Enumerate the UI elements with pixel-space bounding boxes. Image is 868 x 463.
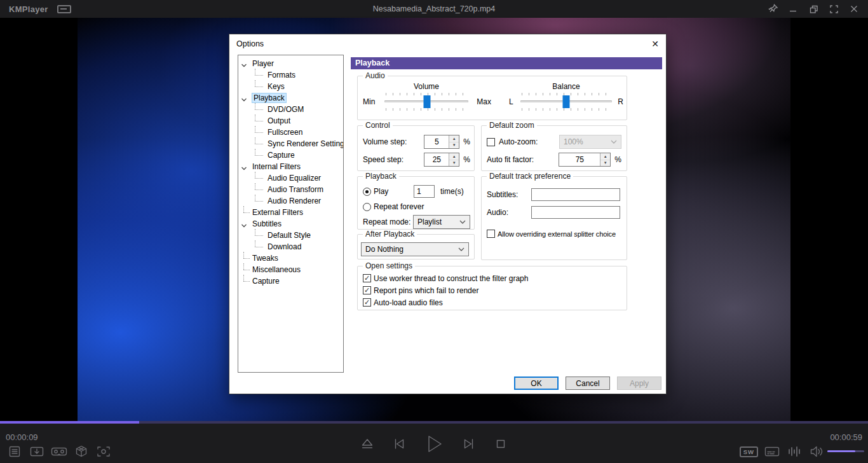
open-settings-group: Open settings Use worker thread to const… xyxy=(357,266,627,310)
spin-up-icon[interactable]: ▲ xyxy=(449,153,459,160)
tree-item-sync-renderer-settings[interactable]: Sync Renderer Settings xyxy=(238,138,343,149)
default-zoom-group: Default zoom Auto-zoom: 100% Auto fit fa… xyxy=(481,125,627,171)
tree-item-keys[interactable]: Keys xyxy=(238,81,343,92)
tree-item-player[interactable]: Player xyxy=(238,58,343,69)
next-icon[interactable] xyxy=(461,436,477,452)
equalizer-icon[interactable] xyxy=(786,444,803,459)
sw-decoder-badge[interactable]: SW xyxy=(740,446,758,457)
window-title: Nesabamedia_Abstract_720p.mp4 xyxy=(0,4,868,13)
close-icon[interactable] xyxy=(846,2,862,16)
previous-icon[interactable] xyxy=(391,436,407,452)
play-radio[interactable] xyxy=(363,188,371,196)
open-setting-checkbox[interactable] xyxy=(363,274,371,282)
tree-item-output[interactable]: Output xyxy=(238,115,343,127)
repeat-mode-label: Repeat mode: xyxy=(363,218,413,226)
tree-item-subtitles[interactable]: Subtitles xyxy=(238,218,343,230)
tree-item-capture[interactable]: Capture xyxy=(238,275,343,287)
tree-item-audio-transform[interactable]: Audio Transform xyxy=(238,184,343,195)
stop-icon[interactable] xyxy=(492,436,509,452)
download-icon[interactable] xyxy=(29,444,45,459)
tree-item-external-filters[interactable]: External Filters xyxy=(238,207,343,218)
tree-item-audio-renderer[interactable]: Audio Renderer xyxy=(238,195,343,207)
play-icon[interactable] xyxy=(423,436,445,452)
audio-pref-label: Audio: xyxy=(487,208,531,217)
tree-item-playback[interactable]: Playback xyxy=(238,92,343,104)
cancel-button[interactable]: Cancel xyxy=(566,377,610,390)
open-settings-group-label: Open settings xyxy=(363,261,415,270)
dialog-close-icon[interactable]: ✕ xyxy=(644,35,666,53)
speed-step-percent: % xyxy=(463,155,470,164)
open-setting-checkbox[interactable] xyxy=(363,286,371,294)
after-playback-group: After Playback Do Nothing xyxy=(357,234,475,259)
audio-pref-input[interactable] xyxy=(531,206,620,219)
snapshot-icon[interactable] xyxy=(95,444,112,459)
balance-left-label: L xyxy=(509,97,517,106)
spin-down-icon[interactable]: ▼ xyxy=(600,160,610,167)
tree-item-internal-filters[interactable]: Internal Filters xyxy=(238,161,343,172)
control-group: Control Volume step: 5 ▲▼ % Speed step: … xyxy=(357,125,475,171)
subtitle-icon[interactable] xyxy=(764,444,780,459)
tree-item-capture[interactable]: Capture xyxy=(238,149,343,161)
auto-zoom-checkbox[interactable] xyxy=(487,138,495,146)
pin-icon[interactable] xyxy=(765,2,780,16)
tree-item-download[interactable]: Download xyxy=(238,241,343,252)
tree-item-formats[interactable]: Formats xyxy=(238,69,343,81)
playback-group-label: Playback xyxy=(363,172,399,181)
speaker-icon[interactable] xyxy=(808,444,825,459)
cube-3d-icon[interactable] xyxy=(73,444,90,459)
override-splitter-label: Allow overriding external splitter choic… xyxy=(498,230,616,238)
subtitles-pref-input[interactable] xyxy=(531,188,620,201)
play-label: Play xyxy=(374,187,388,196)
volume-bar[interactable] xyxy=(827,450,864,452)
vr-icon[interactable] xyxy=(51,444,67,459)
tree-item-fullscreen[interactable]: Fullscreen xyxy=(238,127,343,138)
spin-up-icon[interactable]: ▲ xyxy=(600,153,610,160)
volume-step-percent: % xyxy=(463,137,470,146)
spin-down-icon[interactable]: ▼ xyxy=(449,160,459,167)
chevron-down-icon xyxy=(458,247,465,252)
menu-icon[interactable] xyxy=(57,5,71,13)
spin-down-icon[interactable]: ▼ xyxy=(449,142,459,149)
restore-icon[interactable] xyxy=(806,2,821,16)
after-playback-group-label: After Playback xyxy=(363,230,417,238)
eject-icon[interactable] xyxy=(359,436,376,452)
auto-zoom-select: 100% xyxy=(559,135,621,149)
after-playback-select[interactable]: Do Nothing xyxy=(361,242,469,256)
open-setting-row: Report pins which fail to render xyxy=(363,284,621,296)
tree-item-tweaks[interactable]: Tweaks xyxy=(238,252,343,264)
tree-item-dvd-ogm[interactable]: DVD/OGM xyxy=(238,104,343,115)
tree-item-audio-equalizer[interactable]: Audio Equalizer xyxy=(238,172,343,184)
fullscreen-icon[interactable] xyxy=(826,2,841,16)
app-logo: KMPlayer xyxy=(9,4,48,14)
balance-right-label: R xyxy=(616,97,623,106)
balance-slider-thumb[interactable] xyxy=(563,95,570,108)
volume-slider-thumb[interactable] xyxy=(424,95,431,108)
spin-up-icon[interactable]: ▲ xyxy=(449,135,459,142)
repeat-forever-radio[interactable] xyxy=(363,203,371,211)
speed-step-spinner[interactable]: 25 ▲▼ xyxy=(424,153,459,167)
times-label: time(s) xyxy=(440,187,464,196)
override-splitter-checkbox[interactable] xyxy=(487,230,495,238)
speed-step-label: Speed step: xyxy=(363,155,424,164)
volume-bar-fill xyxy=(827,450,855,452)
volume-slider-title: Volume xyxy=(383,82,470,91)
dialog-buttons: OK Cancel Apply xyxy=(514,377,661,390)
balance-slider[interactable] xyxy=(520,92,612,111)
options-tree: PlayerFormatsKeysPlaybackDVD/OGMOutputFu… xyxy=(238,55,344,373)
open-settings-list: Use worker thread to construct the filte… xyxy=(363,272,621,308)
panel-header: Playback xyxy=(351,57,662,69)
volume-step-spinner[interactable]: 5 ▲▼ xyxy=(424,135,459,149)
play-times-input[interactable] xyxy=(414,185,435,198)
audio-group-label: Audio xyxy=(363,71,388,80)
playlist-icon[interactable] xyxy=(6,444,23,459)
seek-bar[interactable] xyxy=(0,421,868,424)
ok-button[interactable]: OK xyxy=(514,377,559,390)
control-group-label: Control xyxy=(363,121,393,130)
minimize-icon[interactable] xyxy=(785,2,801,16)
tree-item-miscellaneous[interactable]: Miscellaneous xyxy=(238,264,343,275)
auto-fit-spinner[interactable]: 75 ▲▼ xyxy=(559,153,611,167)
tree-item-default-style[interactable]: Default Style xyxy=(238,230,343,241)
volume-slider[interactable] xyxy=(384,92,468,111)
repeat-mode-select[interactable]: Playlist xyxy=(413,215,470,229)
open-setting-checkbox[interactable] xyxy=(363,298,371,307)
